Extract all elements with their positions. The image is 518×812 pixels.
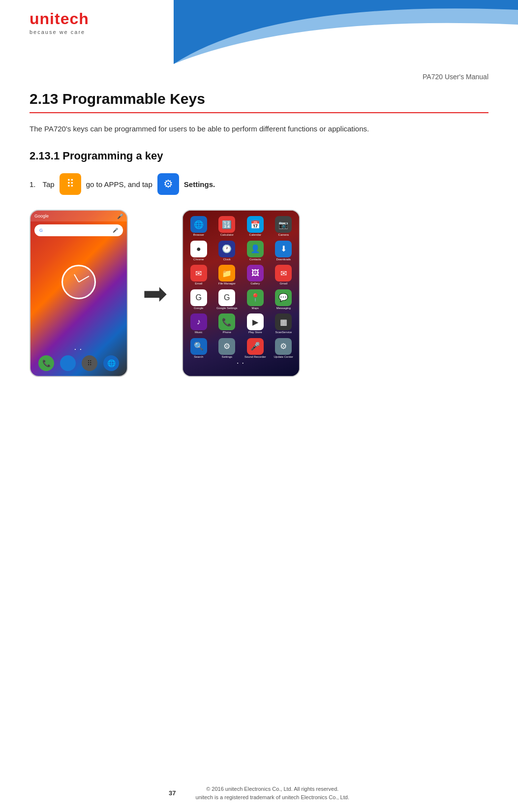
app-cell: 📷Camera (270, 215, 298, 238)
app-icon-img: G (218, 289, 235, 306)
app-label: Sound Recorder (244, 355, 266, 359)
app-label: Gallery (250, 282, 260, 285)
settings-icon: ⚙ (157, 173, 179, 195)
phone-dock-phone: 📞 (38, 355, 54, 371)
app-label: Chrome (193, 258, 204, 261)
google-logo-small: G (39, 228, 43, 233)
app-cell: 🖼Gallery (242, 263, 269, 287)
app-label: Messaging (276, 307, 291, 310)
logo-tagline: because we care (30, 29, 89, 35)
app-label: Calendar (249, 233, 261, 237)
phone-dock-apps: ⠿ (82, 355, 97, 371)
app-cell: 💬Messaging (270, 288, 298, 312)
page-number: 37 (169, 788, 176, 799)
app-cell: ✉Email (185, 263, 213, 287)
app-label: Clock (223, 258, 231, 261)
app-icon-img: ⬇ (275, 241, 292, 257)
section-title: 2.13 Programmable Keys (30, 91, 488, 113)
app-label: Browser (193, 233, 204, 237)
step-tap-text: Tap (43, 180, 55, 188)
app-cell: 🌐Browser (185, 215, 213, 238)
app-label: Music (195, 331, 203, 334)
app-label: Update Center (274, 355, 293, 359)
page-header: unitech because we care (0, 0, 518, 64)
app-cell: ●Chrome (185, 239, 213, 263)
app-cell: 📅Calendar (242, 215, 269, 238)
logo-highlight: uni (30, 10, 55, 28)
app-label: Search (194, 355, 203, 359)
app-icon-img: ✉ (190, 265, 207, 281)
app-icon-img: ✉ (275, 265, 292, 281)
app-icon-img: 🔍 (190, 338, 207, 355)
app-label: Maps (251, 307, 259, 310)
logo-main: tech (55, 10, 89, 28)
app-cell: 👤Contacts (242, 239, 269, 263)
app-icon-img: G (190, 289, 207, 306)
app-cell: ✉Gmail (270, 263, 298, 287)
app-cell: ♪Music (185, 312, 213, 336)
phone-homescreen: Google 🎤 G 🎤 • • 📞 👤 ⠿ (30, 210, 128, 377)
footer-copyright: © 2016 unitech Electronics Co., Ltd. All… (196, 785, 349, 802)
app-label: Phone (223, 331, 231, 334)
apps-icon: ⠿ (60, 173, 81, 195)
mic-small: 🎤 (113, 228, 118, 233)
app-icon-img: 📁 (218, 265, 235, 281)
app-icon-img: 🖼 (247, 265, 264, 281)
app-icon-img: ● (190, 241, 207, 257)
subsection-title: 2.13.1 Programming a key (30, 150, 488, 162)
app-icon-img: 📷 (275, 216, 292, 233)
app-icon-img: ▶ (247, 313, 264, 330)
app-icon-img: 📅 (247, 216, 264, 233)
step-number: 1. (30, 180, 36, 188)
logo: unitech because we care (30, 10, 89, 35)
phone-dock-browser: 🌐 (103, 355, 119, 371)
phone-dock-contacts: 👤 (60, 355, 76, 371)
app-label: Google (194, 307, 203, 310)
app-cell: ⚙Update Center (270, 337, 298, 360)
app-grid: 🌐Browser🔢Calculator📅Calendar📷Camera●Chro… (185, 215, 297, 360)
app-label: ScanService (275, 331, 292, 334)
logo-text: unitech (30, 10, 89, 28)
app-cell: 🎤Sound Recorder (242, 337, 269, 360)
app-icon-img: ♪ (190, 313, 207, 330)
app-grid-background: 🌐Browser🔢Calculator📅Calendar📷Camera●Chro… (183, 211, 299, 376)
app-cell: 🔢Calculator (213, 215, 241, 238)
app-cell: 📞Phone (213, 312, 241, 336)
mic-icon: 🎤 (117, 214, 123, 219)
app-icon-img: 🎤 (247, 338, 264, 355)
app-label: Calculator (220, 233, 234, 237)
app-cell: 📁File Manager (213, 263, 241, 287)
app-icon-img: 📞 (218, 313, 235, 330)
app-cell: GGoogle (185, 288, 213, 312)
app-cell: ▶Play Store (242, 312, 269, 336)
phone-status-bar: Google 🎤 (30, 211, 127, 221)
grid-page-dots: • • (185, 361, 297, 365)
main-content: 2.13 Programmable Keys The PA720's keys … (0, 81, 518, 406)
app-icon-img: 🌐 (190, 216, 207, 233)
app-label: Gmail (279, 282, 287, 285)
app-icon-img: ▦ (275, 313, 292, 330)
page-footer: 37 © 2016 unitech Electronics Co., Ltd. … (0, 785, 518, 802)
phone-search-bar: G 🎤 (34, 224, 123, 236)
app-label: Email (195, 282, 202, 285)
clock-minute-hand (79, 276, 90, 282)
app-label: Play Store (248, 331, 262, 334)
page-dots: • • (30, 347, 127, 351)
dock-icons: 📞 👤 ⠿ 🌐 (30, 355, 127, 371)
app-label: Settings (221, 355, 232, 359)
app-icon-img: ⚙ (218, 338, 235, 355)
app-cell: ⚙Settings (213, 337, 241, 360)
phone-appgrid: 🌐Browser🔢Calculator📅Calendar📷Camera●Chro… (182, 210, 300, 377)
step-1-line: 1. Tap ⠿ go to APPS, and tap ⚙ Settings. (30, 173, 488, 195)
app-label: Contacts (249, 258, 261, 261)
section-body: The PA720's keys can be programmed for u… (30, 123, 488, 135)
app-label: Google Settings (216, 307, 238, 310)
app-cell: ⬇Downloads (270, 239, 298, 263)
app-icon-img: 👤 (247, 241, 264, 257)
app-label: Camera (278, 233, 289, 237)
settings-label: Settings. (184, 180, 215, 188)
footer-row: 37 © 2016 unitech Electronics Co., Ltd. … (0, 785, 518, 802)
app-icon-img: 📍 (247, 289, 264, 306)
google-text: Google (34, 214, 49, 219)
arrow-icon: ➡ (143, 276, 167, 311)
